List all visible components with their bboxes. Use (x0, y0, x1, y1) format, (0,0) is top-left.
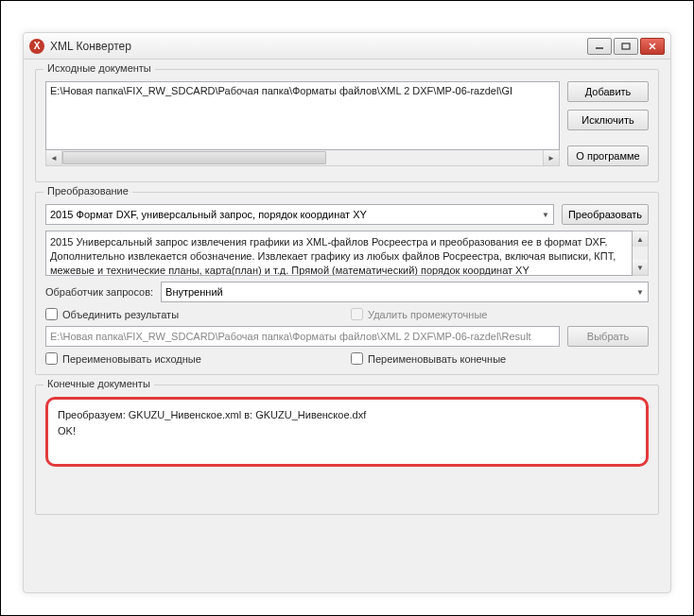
choose-path-button: Выбрать (567, 326, 649, 347)
scroll-right-icon[interactable]: ► (543, 150, 559, 165)
source-group: Исходные документы E:\Новая папка\FIX_RW… (35, 69, 659, 182)
output-line-1: Преобразуем: GKUZU_Нивенское.xml в: GKUZ… (58, 407, 636, 423)
handler-select[interactable]: Внутренний (161, 282, 649, 302)
app-icon: X (29, 39, 44, 54)
scroll-down-icon[interactable]: ▼ (633, 260, 648, 275)
merge-results-checkbox[interactable]: Объединить результаты (45, 308, 343, 320)
result-path-field (45, 326, 560, 347)
merge-results-label: Объединить результаты (62, 309, 179, 320)
result-group: Конечные документы Преобразуем: GKUZU_Ни… (35, 385, 659, 515)
rename-dest-checkbox[interactable]: Переименовывать конечные (351, 352, 649, 365)
scroll-left-icon[interactable]: ◄ (46, 150, 62, 165)
source-group-title: Исходные документы (43, 62, 155, 74)
window-title: XML Конвертер (50, 40, 587, 53)
rename-dest-label: Переименовывать конечные (368, 353, 506, 365)
output-log: Преобразуем: GKUZU_Нивенское.xml в: GKUZ… (45, 397, 649, 467)
add-button[interactable]: Добавить (567, 81, 649, 102)
format-description: 2015 Универсальный запрос извлечения гра… (45, 231, 633, 276)
description-vscrollbar[interactable]: ▲ ▼ (633, 231, 649, 276)
scroll-up-icon[interactable]: ▲ (633, 231, 648, 247)
format-select[interactable]: 2015 Формат DXF, универсальный запрос, п… (45, 204, 554, 225)
transform-group: Преобразование 2015 Формат DXF, универса… (35, 192, 659, 375)
convert-button[interactable]: Преобразовать (562, 204, 649, 225)
output-line-2: OK! (58, 423, 636, 439)
delete-temp-label: Удалить промежуточные (368, 309, 487, 320)
remove-button[interactable]: Исключить (567, 110, 649, 130)
handler-selected-value: Внутренний (165, 286, 223, 298)
format-selected-value: 2015 Формат DXF, универсальный запрос, п… (50, 209, 367, 220)
window-chrome: X XML Конвертер Исходные документы E:\Но… (23, 32, 671, 593)
rename-dest-input[interactable] (351, 352, 363, 365)
transform-group-title: Преобразование (43, 185, 132, 197)
app-window: X XML Конвертер Исходные документы E:\Но… (0, 0, 694, 616)
source-hscrollbar[interactable]: ◄ ► (45, 150, 560, 166)
source-files-list[interactable]: E:\Новая папка\FIX_RW_SDCARD\Рабочая пап… (45, 81, 560, 150)
titlebar[interactable]: X XML Конвертер (24, 33, 670, 60)
close-button[interactable] (640, 38, 665, 55)
content-area: Исходные документы E:\Новая папка\FIX_RW… (24, 60, 670, 534)
rename-source-checkbox[interactable]: Переименовывать исходные (45, 352, 343, 365)
about-button[interactable]: О программе (567, 145, 649, 166)
rename-source-label: Переименовывать исходные (62, 353, 201, 365)
maximize-button[interactable] (614, 38, 638, 55)
result-group-title: Конечные документы (43, 378, 154, 389)
delete-temp-checkbox: Удалить промежуточные (351, 308, 649, 320)
merge-results-input[interactable] (45, 308, 58, 320)
rename-source-input[interactable] (45, 352, 58, 365)
minimize-button[interactable] (587, 38, 612, 55)
delete-temp-input (351, 308, 363, 320)
scroll-thumb[interactable] (62, 151, 326, 164)
handler-label: Обработчик запросов: (45, 286, 153, 298)
window-controls (587, 38, 665, 55)
svg-rect-1 (622, 43, 630, 49)
source-file-entry[interactable]: E:\Новая папка\FIX_RW_SDCARD\Рабочая пап… (50, 85, 555, 96)
